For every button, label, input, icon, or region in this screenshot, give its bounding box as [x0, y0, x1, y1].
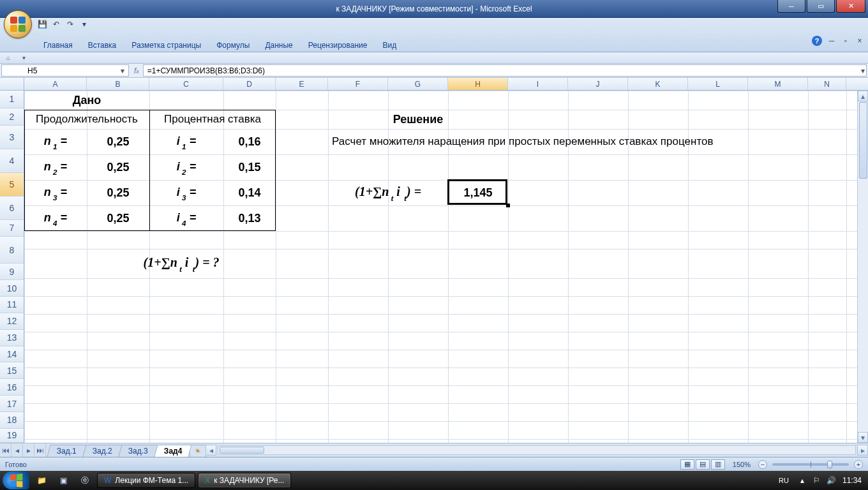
- undo-icon[interactable]: ↶: [51, 19, 61, 29]
- row-header-13[interactable]: 13: [0, 330, 24, 346]
- hscroll-left-icon[interactable]: ◂: [206, 445, 216, 456]
- player-icon[interactable]: ▣: [54, 473, 73, 488]
- help-icon[interactable]: ?: [812, 36, 822, 46]
- tab-prev-icon[interactable]: ◂: [11, 443, 23, 457]
- ie-icon[interactable]: ⓔ: [75, 473, 94, 488]
- office-button[interactable]: [4, 10, 32, 38]
- ribbon-tab-формулы[interactable]: Формулы: [209, 38, 257, 52]
- save-icon[interactable]: 💾: [37, 19, 47, 29]
- row-header-15[interactable]: 15: [0, 362, 24, 379]
- row-header-4[interactable]: 4: [0, 149, 24, 173]
- taskbar-item-word[interactable]: W Лекции ФМ-Тема 1...: [97, 473, 195, 488]
- minimize-button[interactable]: ─: [777, 0, 805, 13]
- column-header-E[interactable]: E: [276, 78, 328, 90]
- hscroll-thumb[interactable]: [220, 447, 264, 454]
- home-icon[interactable]: ⌂: [3, 54, 14, 63]
- column-header-D[interactable]: D: [223, 78, 276, 90]
- hscroll-right-icon[interactable]: ▸: [857, 445, 868, 456]
- explorer-icon[interactable]: 📁: [32, 473, 51, 488]
- row-header-1[interactable]: 1: [0, 91, 24, 108]
- column-header-N[interactable]: N: [808, 78, 846, 90]
- spreadsheet-grid[interactable]: ABCDEFGHIJKLMN 1234567891011121314151617…: [0, 78, 868, 443]
- scroll-down-icon[interactable]: ▾: [858, 432, 868, 443]
- formula-expand-icon[interactable]: ▾: [861, 66, 865, 75]
- name-box[interactable]: H5 ▾: [1, 64, 129, 77]
- ribbon-tab-главная[interactable]: Главная: [36, 38, 80, 52]
- row-header-8[interactable]: 8: [0, 237, 24, 264]
- cell-result: 1,145: [448, 180, 508, 205]
- view-page-break-icon[interactable]: ▥: [711, 459, 725, 470]
- ribbon-tab-разметка страницы[interactable]: Разметка страницы: [124, 38, 209, 52]
- row-header-3[interactable]: 3: [0, 126, 24, 149]
- column-header-G[interactable]: G: [388, 78, 448, 90]
- sheet-tab-Зад.2[interactable]: Зад.2: [82, 445, 122, 457]
- row-header-19[interactable]: 19: [0, 429, 24, 443]
- sheet-bar: ⏮ ◂ ▸ ⏭ Зад.1Зад.2Зад.3Зад4✶ ◂ ▸: [0, 443, 868, 457]
- redo-icon[interactable]: ↷: [65, 19, 75, 29]
- column-header-B[interactable]: B: [87, 78, 149, 90]
- clock[interactable]: 11:34: [842, 476, 862, 485]
- formula-input[interactable]: =1+СУММПРОИЗВ(B3:B6;D3:D6) ▾: [143, 64, 867, 77]
- column-header-C[interactable]: C: [149, 78, 223, 90]
- sheet-tab-Зад.3[interactable]: Зад.3: [118, 445, 158, 457]
- row-header-7[interactable]: 7: [0, 220, 24, 237]
- sheet-tab-Зад.1[interactable]: Зад.1: [47, 445, 86, 457]
- close-button[interactable]: ✕: [836, 0, 865, 13]
- row-header-18[interactable]: 18: [0, 412, 24, 429]
- tab-first-icon[interactable]: ⏮: [0, 443, 11, 457]
- scroll-up-icon[interactable]: ▴: [858, 91, 868, 101]
- tray-flag-icon[interactable]: ⚐: [813, 476, 820, 485]
- cell-header-rate: Процентная ставка: [149, 110, 276, 129]
- row-header-6[interactable]: 6: [0, 197, 24, 220]
- ribbon-tab-рецензирование[interactable]: Рецензирование: [301, 38, 375, 52]
- app-minimize-icon[interactable]: ─: [827, 36, 836, 45]
- taskbar-item-excel[interactable]: X к ЗАДАЧНИКУ [Ре...: [198, 473, 291, 488]
- app-close-icon[interactable]: ×: [855, 36, 864, 45]
- qat-customize-icon[interactable]: ▾: [79, 19, 89, 29]
- ribbon-tab-вставка[interactable]: Вставка: [80, 38, 124, 52]
- column-header-H[interactable]: H: [448, 78, 508, 90]
- dropdown-icon[interactable]: ▾: [18, 54, 29, 63]
- zoom-out-icon[interactable]: −: [758, 460, 767, 469]
- column-header-L[interactable]: L: [688, 78, 748, 90]
- app-restore-icon[interactable]: ▫: [841, 36, 850, 45]
- column-header-J[interactable]: J: [568, 78, 628, 90]
- row-header-12[interactable]: 12: [0, 313, 24, 330]
- ribbon-tab-данные[interactable]: Данные: [257, 38, 300, 52]
- name-box-dropdown-icon[interactable]: ▾: [118, 66, 127, 75]
- fx-icon[interactable]: fx: [134, 66, 139, 75]
- tray-volume-icon[interactable]: 🔊: [827, 476, 836, 485]
- column-header-A[interactable]: A: [24, 78, 87, 90]
- view-normal-icon[interactable]: ▦: [680, 459, 694, 470]
- row-header-16[interactable]: 16: [0, 379, 24, 396]
- column-header-F[interactable]: F: [328, 78, 388, 90]
- column-header-I[interactable]: I: [508, 78, 568, 90]
- ribbon-tab-вид[interactable]: Вид: [375, 38, 404, 52]
- row-header-11[interactable]: 11: [0, 297, 24, 313]
- column-header-M[interactable]: M: [748, 78, 808, 90]
- vertical-scrollbar[interactable]: ▴ ▾: [857, 91, 868, 443]
- new-sheet-icon[interactable]: ✶: [190, 445, 206, 457]
- start-button[interactable]: [3, 471, 29, 489]
- zoom-slider[interactable]: [772, 463, 849, 466]
- zoom-in-icon[interactable]: +: [854, 460, 863, 469]
- row-header-2[interactable]: 2: [0, 108, 24, 126]
- cell-heading-solution: Решение: [328, 110, 508, 129]
- row-header-5[interactable]: 5: [0, 173, 24, 197]
- row-header-10[interactable]: 10: [0, 280, 24, 297]
- language-indicator[interactable]: RU: [776, 477, 791, 484]
- row-header-14[interactable]: 14: [0, 346, 24, 363]
- column-header-K[interactable]: K: [628, 78, 688, 90]
- row-header-17[interactable]: 17: [0, 396, 24, 412]
- maximize-button[interactable]: ▭: [807, 0, 835, 13]
- tab-next-icon[interactable]: ▸: [23, 443, 34, 457]
- scroll-thumb[interactable]: [859, 102, 867, 179]
- horizontal-scrollbar[interactable]: ◂ ▸: [206, 443, 868, 457]
- tray-expand-icon[interactable]: ▴: [798, 476, 807, 485]
- view-page-layout-icon[interactable]: ▤: [696, 459, 710, 470]
- row-header-9[interactable]: 9: [0, 264, 24, 280]
- word-icon: W: [104, 476, 111, 485]
- sheet-tab-Зад4[interactable]: Зад4: [154, 445, 192, 457]
- select-all-corner[interactable]: [0, 78, 24, 90]
- tab-last-icon[interactable]: ⏭: [34, 443, 46, 457]
